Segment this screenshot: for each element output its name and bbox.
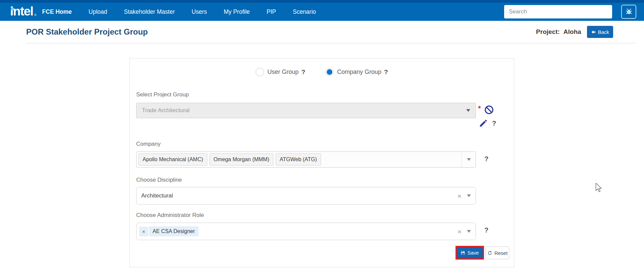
top-navbar: intel ® FCE Home Upload Stakeholder Mast… [0, 3, 644, 21]
admin-role-chip: × AE CSA Designer [139, 226, 199, 236]
group-type-radio-row: User Group ? Company Group ? [130, 68, 514, 76]
company-dropdown-toggle[interactable] [462, 152, 476, 167]
admin-role-help-icon[interactable]: ? [484, 226, 488, 234]
chevron-down-icon [466, 109, 470, 112]
discipline-label: Choose Discipline [136, 177, 182, 183]
project-value: Aloha [564, 28, 581, 36]
nav-item-scenario[interactable]: Scenario [293, 8, 316, 15]
back-arrow-icon [591, 30, 596, 35]
page-title: POR Stakeholder Project Group [26, 27, 148, 37]
back-button[interactable]: Back [587, 26, 613, 38]
navbar-top-strip [0, 0, 644, 3]
nav-item-stakeholder-master[interactable]: Stakeholder Master [124, 8, 175, 15]
reset-button-label: Reset [494, 250, 507, 256]
mouse-cursor [595, 183, 603, 194]
radio-company-group[interactable]: Company Group ? [325, 68, 388, 76]
back-button-label: Back [598, 29, 609, 35]
save-floppy-icon [461, 251, 465, 255]
search-input[interactable] [504, 5, 612, 18]
intel-logo-registered-mark: ® [34, 14, 37, 17]
chip-remove-icon[interactable]: × [139, 227, 148, 236]
admin-role-chip-label: AE CSA Designer [149, 226, 199, 236]
chevron-down-icon[interactable] [467, 194, 471, 197]
nav-item-my-profile[interactable]: My Profile [224, 8, 250, 15]
admin-role-label: Choose Administrator Role [136, 212, 204, 219]
bug-icon [625, 7, 633, 16]
nav-item-users[interactable]: Users [192, 8, 207, 15]
project-group-label: Select Project Group [136, 91, 189, 98]
chevron-down-icon[interactable] [467, 230, 471, 233]
radio-user-group[interactable]: User Group ? [256, 68, 305, 76]
nav-links: FCE Home Upload Stakeholder Master Users… [42, 8, 316, 15]
discipline-select[interactable]: Architectural × [136, 187, 476, 205]
discipline-value: Architectural [141, 192, 173, 199]
clear-project-group-ban-icon[interactable] [484, 105, 494, 115]
save-button[interactable]: Save [457, 247, 483, 258]
reset-icon [487, 251, 492, 256]
admin-role-multiselect[interactable]: × AE CSA Designer × [136, 223, 476, 240]
admin-role-clear-icon[interactable]: × [458, 228, 462, 235]
nav-item-pip[interactable]: PIP [267, 8, 276, 15]
company-tag: Apollo Mechanical (AMC) [139, 153, 207, 166]
edit-pencil-icon[interactable] [479, 119, 488, 128]
bug-report-button[interactable] [621, 5, 636, 19]
intel-logo-dot [11, 8, 14, 10]
radio-selected-icon[interactable] [325, 68, 334, 76]
intel-logo[interactable]: intel ® [10, 5, 33, 17]
project-label: Project: [536, 28, 560, 36]
company-multiselect[interactable]: Apollo Mechanical (AMC) Omega Morgan (MM… [136, 151, 476, 168]
project-group-value: Trade Architectural [142, 107, 190, 114]
user-group-help-icon[interactable]: ? [301, 69, 305, 76]
page-header: POR Stakeholder Project Group Project: A… [0, 21, 644, 43]
nav-item-upload[interactable]: Upload [89, 8, 107, 15]
company-label: Company [136, 141, 161, 147]
project-group-help-icon[interactable]: ? [492, 120, 496, 127]
save-button-highlight: Save [455, 246, 484, 260]
save-button-label: Save [467, 250, 479, 256]
company-tag: Omega Morgan (MMM) [210, 153, 273, 166]
form-card: User Group ? Company Group ? Select Proj… [129, 58, 514, 267]
radio-user-group-label: User Group [267, 69, 299, 76]
page: intel ® FCE Home Upload Stakeholder Mast… [0, 0, 644, 270]
nav-item-fce-home[interactable]: FCE Home [42, 8, 72, 15]
intel-logo-text: intel [10, 4, 33, 18]
chevron-down-icon [467, 158, 471, 161]
reset-button[interactable]: Reset [486, 246, 509, 259]
project-group-select: Trade Architectural [136, 103, 476, 118]
company-group-help-icon[interactable]: ? [384, 69, 388, 76]
required-asterisk: * [478, 104, 481, 113]
company-tag: ATGWeb (ATG) [276, 153, 321, 166]
radio-company-group-label: Company Group [337, 69, 381, 76]
company-help-icon[interactable]: ? [484, 155, 488, 163]
radio-unselected-icon[interactable] [256, 68, 264, 76]
discipline-clear-icon[interactable]: × [458, 192, 462, 199]
header-divider [26, 43, 635, 43]
